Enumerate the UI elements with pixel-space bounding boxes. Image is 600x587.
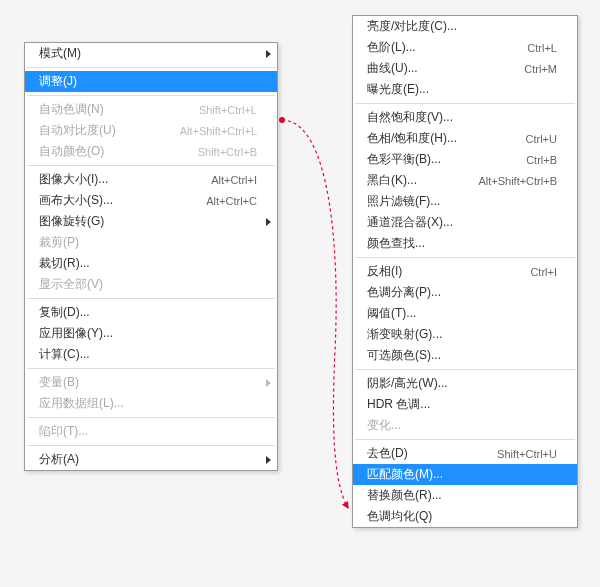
menu-item-vibrance[interactable]: 自然饱和度(V)... — [353, 107, 577, 128]
menu-separator — [27, 165, 275, 166]
menu-item-label: 图像大小(I)... — [39, 171, 211, 188]
menu-item-auto-tone: 自动色调(N)Shift+Ctrl+L — [25, 99, 277, 120]
menu-item-label: 画布大小(S)... — [39, 192, 206, 209]
menu-item-duplicate[interactable]: 复制(D)... — [25, 302, 277, 323]
menu-item-black-white[interactable]: 黑白(K)...Alt+Shift+Ctrl+B — [353, 170, 577, 191]
menu-item-label: 复制(D)... — [39, 304, 257, 321]
menu-item-label: 自动对比度(U) — [39, 122, 180, 139]
menu-item-gradient-map[interactable]: 渐变映射(G)... — [353, 324, 577, 345]
menu-separator — [27, 445, 275, 446]
menu-item-equalize[interactable]: 色调均化(Q) — [353, 506, 577, 527]
menu-item-mode[interactable]: 模式(M) — [25, 43, 277, 64]
menu-item-color-balance[interactable]: 色彩平衡(B)...Ctrl+B — [353, 149, 577, 170]
menu-item-shortcut: Ctrl+I — [530, 266, 557, 278]
menu-item-calculations[interactable]: 计算(C)... — [25, 344, 277, 365]
menu-item-label: 自动色调(N) — [39, 101, 199, 118]
menu-item-label: 变化... — [367, 417, 557, 434]
menu-item-label: 可选颜色(S)... — [367, 347, 557, 364]
menu-item-label: 反相(I) — [367, 263, 530, 280]
menu-item-image-rotation[interactable]: 图像旋转(G) — [25, 211, 277, 232]
menu-item-hue-saturation[interactable]: 色相/饱和度(H)...Ctrl+U — [353, 128, 577, 149]
menu-item-label: 色调分离(P)... — [367, 284, 557, 301]
menu-item-label: 应用图像(Y)... — [39, 325, 257, 342]
menu-item-label: 模式(M) — [39, 45, 257, 62]
menu-item-label: 照片滤镜(F)... — [367, 193, 557, 210]
menu-item-apply-image[interactable]: 应用图像(Y)... — [25, 323, 277, 344]
menu-item-label: 亮度/对比度(C)... — [367, 18, 557, 35]
menu-item-curves[interactable]: 曲线(U)...Ctrl+M — [353, 58, 577, 79]
menu-item-brightness-contrast[interactable]: 亮度/对比度(C)... — [353, 16, 577, 37]
menu-item-variables: 变量(B) — [25, 372, 277, 393]
menu-item-label: 黑白(K)... — [367, 172, 478, 189]
menu-item-adjustments[interactable]: 调整(J) — [25, 71, 277, 92]
menu-item-label: 渐变映射(G)... — [367, 326, 557, 343]
menu-item-photo-filter[interactable]: 照片滤镜(F)... — [353, 191, 577, 212]
menu-item-desaturate[interactable]: 去色(D)Shift+Ctrl+U — [353, 443, 577, 464]
menu-item-shortcut: Ctrl+B — [526, 154, 557, 166]
adjustments-submenu[interactable]: 亮度/对比度(C)...色阶(L)...Ctrl+L曲线(U)...Ctrl+M… — [352, 15, 578, 528]
menu-item-posterize[interactable]: 色调分离(P)... — [353, 282, 577, 303]
menu-item-match-color[interactable]: 匹配颜色(M)... — [353, 464, 577, 485]
menu-item-label: 色调均化(Q) — [367, 508, 557, 525]
menu-item-selective-color[interactable]: 可选颜色(S)... — [353, 345, 577, 366]
menu-item-label: 变量(B) — [39, 374, 257, 391]
menu-item-variations: 变化... — [353, 415, 577, 436]
menu-item-label: 通道混合器(X)... — [367, 214, 557, 231]
menu-item-label: 阴影/高光(W)... — [367, 375, 557, 392]
menu-item-shortcut: Ctrl+U — [526, 133, 557, 145]
image-menu[interactable]: 模式(M)调整(J)自动色调(N)Shift+Ctrl+L自动对比度(U)Alt… — [24, 42, 278, 471]
menu-item-label: 替换颜色(R)... — [367, 487, 557, 504]
menu-item-trim[interactable]: 裁切(R)... — [25, 253, 277, 274]
menu-item-shortcut: Alt+Shift+Ctrl+B — [478, 175, 557, 187]
menu-item-apply-data-set: 应用数据组(L)... — [25, 393, 277, 414]
menu-item-label: 阈值(T)... — [367, 305, 557, 322]
menu-item-shortcut: Shift+Ctrl+L — [199, 104, 257, 116]
menu-item-levels[interactable]: 色阶(L)...Ctrl+L — [353, 37, 577, 58]
menu-separator — [27, 417, 275, 418]
menu-item-shadows-highlights[interactable]: 阴影/高光(W)... — [353, 373, 577, 394]
menu-separator — [27, 298, 275, 299]
menu-item-label: HDR 色调... — [367, 396, 557, 413]
menu-item-auto-contrast: 自动对比度(U)Alt+Shift+Ctrl+L — [25, 120, 277, 141]
menu-item-label: 色彩平衡(B)... — [367, 151, 526, 168]
menu-item-label: 陷印(T)... — [39, 423, 257, 440]
menu-item-shortcut: Ctrl+M — [524, 63, 557, 75]
menu-item-color-lookup[interactable]: 颜色查找... — [353, 233, 577, 254]
menu-item-shortcut: Alt+Ctrl+I — [211, 174, 257, 186]
menu-item-label: 去色(D) — [367, 445, 497, 462]
menu-item-trap: 陷印(T)... — [25, 421, 277, 442]
menu-item-exposure[interactable]: 曝光度(E)... — [353, 79, 577, 100]
menu-item-image-size[interactable]: 图像大小(I)...Alt+Ctrl+I — [25, 169, 277, 190]
submenu-arrow-icon — [266, 218, 271, 226]
menu-item-label: 显示全部(V) — [39, 276, 257, 293]
menu-separator — [27, 368, 275, 369]
menu-item-label: 色阶(L)... — [367, 39, 527, 56]
menu-item-label: 计算(C)... — [39, 346, 257, 363]
menu-item-label: 调整(J) — [39, 73, 257, 90]
menu-item-label: 曝光度(E)... — [367, 81, 557, 98]
menu-item-label: 自然饱和度(V)... — [367, 109, 557, 126]
menu-item-replace-color[interactable]: 替换颜色(R)... — [353, 485, 577, 506]
menu-item-label: 色相/饱和度(H)... — [367, 130, 526, 147]
menu-item-channel-mixer[interactable]: 通道混合器(X)... — [353, 212, 577, 233]
submenu-arrow-icon — [266, 379, 271, 387]
menu-item-threshold[interactable]: 阈值(T)... — [353, 303, 577, 324]
menu-item-label: 颜色查找... — [367, 235, 557, 252]
menu-item-label: 自动颜色(O) — [39, 143, 198, 160]
menu-item-label: 曲线(U)... — [367, 60, 524, 77]
svg-point-0 — [279, 117, 285, 123]
menu-separator — [355, 439, 575, 440]
menu-item-analysis[interactable]: 分析(A) — [25, 449, 277, 470]
menu-item-label: 裁切(R)... — [39, 255, 257, 272]
submenu-arrow-icon — [266, 50, 271, 58]
menu-item-invert[interactable]: 反相(I)Ctrl+I — [353, 261, 577, 282]
menu-item-label: 应用数据组(L)... — [39, 395, 257, 412]
menu-item-label: 匹配颜色(M)... — [367, 466, 557, 483]
menu-separator — [355, 257, 575, 258]
submenu-arrow-icon — [266, 456, 271, 464]
menu-item-hdr-toning[interactable]: HDR 色调... — [353, 394, 577, 415]
menu-item-canvas-size[interactable]: 画布大小(S)...Alt+Ctrl+C — [25, 190, 277, 211]
menu-separator — [355, 103, 575, 104]
menu-item-label: 分析(A) — [39, 451, 257, 468]
menu-item-shortcut: Alt+Ctrl+C — [206, 195, 257, 207]
